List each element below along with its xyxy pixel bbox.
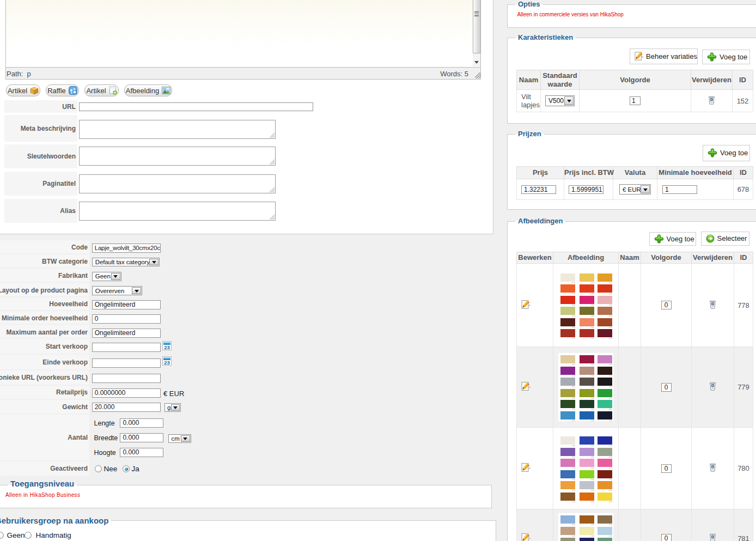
- svg-text:23: 23: [164, 344, 170, 350]
- svg-text:23: 23: [164, 360, 170, 366]
